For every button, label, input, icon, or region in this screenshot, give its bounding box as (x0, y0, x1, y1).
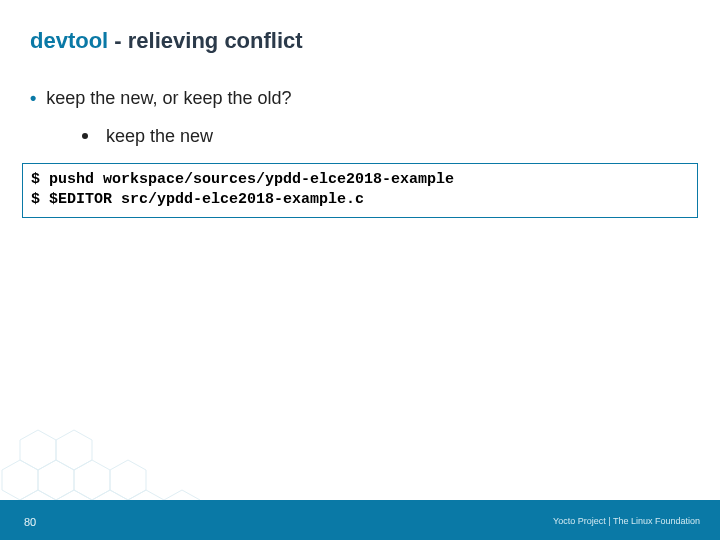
svg-marker-9 (20, 430, 56, 470)
svg-marker-6 (38, 460, 74, 500)
bullet2-text: keep the new (106, 126, 213, 146)
subbullet-marker (82, 133, 88, 139)
title-rest: - relieving conflict (108, 28, 302, 53)
svg-marker-8 (110, 460, 146, 500)
code-block: $ pushd workspace/sources/ypdd-elce2018-… (22, 163, 698, 218)
bullet-marker: • (30, 88, 36, 108)
svg-marker-5 (2, 460, 38, 500)
slide-title: devtool - relieving conflict (30, 28, 303, 54)
slide: devtool - relieving conflict •keep the n… (0, 0, 720, 540)
svg-marker-7 (74, 460, 110, 500)
svg-marker-10 (56, 430, 92, 470)
footer-credit: Yocto Project | The Linux Foundation (553, 516, 700, 526)
bullet-level-1: •keep the new, or keep the old? (30, 88, 292, 109)
bullet1-text: keep the new, or keep the old? (46, 88, 291, 108)
bullet-level-2: keep the new (82, 126, 213, 147)
title-highlight: devtool (30, 28, 108, 53)
page-number: 80 (24, 516, 36, 528)
